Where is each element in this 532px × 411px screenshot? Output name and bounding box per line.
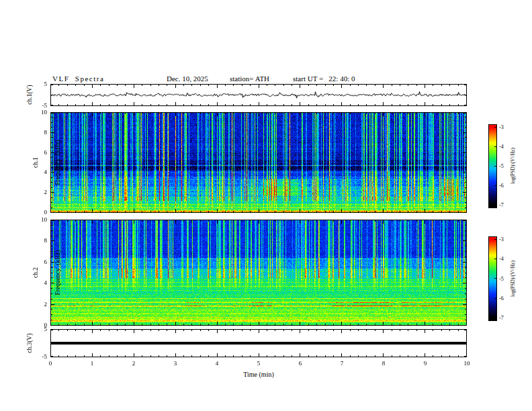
ch2-freq-tick-label: 2 xyxy=(30,301,47,308)
header-station: station= ATH xyxy=(230,75,269,83)
colorbar1-tick-label: -6 xyxy=(499,182,513,189)
ch1-freq-tick-label: 6 xyxy=(30,149,47,156)
x-tick-label: 10 xyxy=(460,360,474,367)
colorbar2-tick-label: -4 xyxy=(499,255,513,263)
ch1-waveform-canvas xyxy=(50,84,467,106)
colorbar1-tick-label: -5 xyxy=(499,163,513,170)
x-tick-label: 0 xyxy=(44,360,57,367)
ch1-freq-tick-label: 8 xyxy=(30,129,47,136)
x-tick-label: 6 xyxy=(294,360,307,367)
colorbar1-tick-label: -3 xyxy=(499,124,513,131)
x-tick-label: 3 xyxy=(169,360,182,367)
x-tick-label: 7 xyxy=(335,360,349,367)
vlf-spectra-figure: VLF Spectra Dec. 10, 2025 station= ATH s… xyxy=(0,0,532,411)
x-tick-label: 8 xyxy=(377,360,390,367)
x-tick-label: 4 xyxy=(210,360,224,367)
ch1-volt-tick-label: 5 xyxy=(30,81,47,88)
ch2-freq-tick-label: 8 xyxy=(30,237,47,244)
ch3-line-canvas xyxy=(50,329,467,357)
header-start-ut: start UT = 22: 40: 0 xyxy=(293,75,355,83)
x-tick-label: 1 xyxy=(85,360,99,367)
ch1-axis-units: Frequency (kHz) xyxy=(54,122,62,203)
colorbar2-tick-label: -6 xyxy=(499,295,513,302)
x-tick-label: 2 xyxy=(127,360,140,367)
ch1-spectrogram-canvas xyxy=(50,112,467,213)
colorbar2-tick-label: -7 xyxy=(499,314,513,322)
ch1-freq-tick-label: 4 xyxy=(30,169,47,176)
ch3-volt-tick-label: 5 xyxy=(30,326,47,333)
ch2-axis-units: Frequency (kHz) xyxy=(54,232,62,313)
ch1-freq-tick-label: 0 xyxy=(30,209,47,216)
ch2-freq-tick-label: 4 xyxy=(30,279,47,287)
ch3-volt-tick-label: -5 xyxy=(30,353,47,361)
colorbar1-tick-label: -4 xyxy=(499,143,513,150)
header-date: Dec. 10, 2025 xyxy=(167,75,208,83)
ch1-volt-tick-label: -5 xyxy=(30,102,47,109)
page-title: VLF Spectra xyxy=(52,75,104,83)
colorbar2-canvas xyxy=(488,236,497,321)
ch2-spectrogram-canvas xyxy=(50,220,467,326)
x-tick-label: 5 xyxy=(252,360,265,367)
x-tick-label: 9 xyxy=(418,360,432,367)
time-axis-label: Time (min) xyxy=(50,371,467,378)
ch1-freq-tick-label: 10 xyxy=(30,109,47,116)
colorbar1-tick-label: -7 xyxy=(499,201,513,209)
colorbar2-tick-label: -5 xyxy=(499,275,513,283)
ch2-freq-tick-label: 6 xyxy=(30,259,47,266)
ch1-freq-tick-label: 2 xyxy=(30,189,47,196)
ch2-freq-tick-label: 10 xyxy=(30,216,47,224)
colorbar1-canvas xyxy=(488,124,497,208)
colorbar2-tick-label: -3 xyxy=(499,236,513,243)
